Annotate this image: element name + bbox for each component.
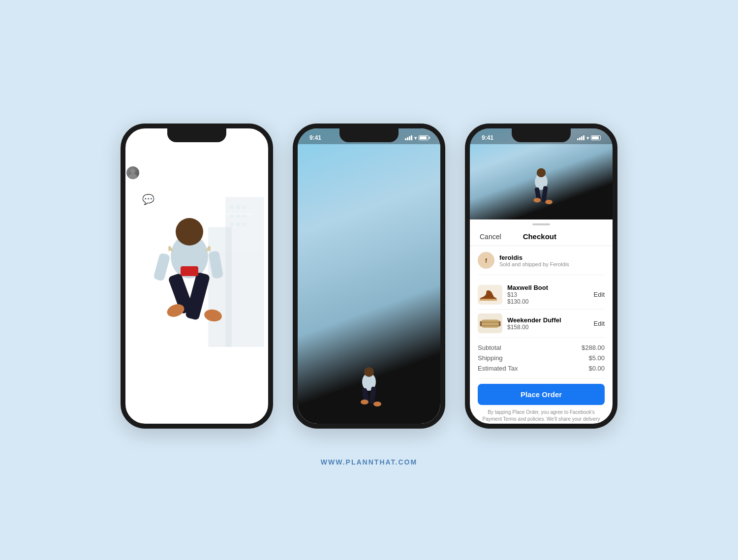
progress-fill <box>135 214 177 215</box>
feed-screen: 9:41 ▾ New Fit Check <box>125 128 268 217</box>
signal-icon-3 <box>577 135 584 140</box>
checkout-body: f feroldis Sold and shipped by Feroldis <box>470 246 613 429</box>
svg-rect-18 <box>153 252 170 281</box>
checkout-title: Checkout <box>523 232 556 241</box>
drag-handle-checkout[interactable] <box>532 223 550 225</box>
user-avatar <box>125 165 140 180</box>
footer-url: WWW.PLANNTHAT.COM <box>321 458 417 466</box>
item-price-1: $158.00 <box>507 324 589 331</box>
svg-point-20 <box>130 168 135 173</box>
status-icons-phone1: ▾ <box>233 135 256 141</box>
subtotal-label: Subtotal <box>478 344 501 351</box>
cancel-button[interactable]: Cancel <box>480 233 501 241</box>
shipping-row: Shipping $5.00 <box>478 353 605 363</box>
subtotal-row: Subtotal $288.00 <box>478 342 605 353</box>
drag-handle[interactable] <box>360 132 378 134</box>
svg-rect-52 <box>481 322 499 323</box>
svg-rect-49 <box>481 320 499 328</box>
price-summary: Subtotal $288.00 Shipping $5.00 Estimate… <box>478 338 605 379</box>
svg-point-26 <box>361 400 369 404</box>
svg-rect-17 <box>181 266 198 276</box>
item-image-1 <box>478 313 502 333</box>
checkout-screen: 9:41 ▾ <box>470 128 613 429</box>
phone-products: 9:41 ▾ <box>293 124 445 429</box>
item-duffel-img <box>479 314 501 332</box>
svg-rect-53 <box>481 326 499 327</box>
seller-name: feroldis <box>499 254 569 261</box>
svg-point-12 <box>176 218 203 246</box>
svg-rect-3 <box>243 206 247 209</box>
svg-point-42 <box>537 168 546 177</box>
status-bar-phone2: 9:41 ▾ <box>298 128 440 144</box>
signal-icon-2 <box>405 135 412 140</box>
status-icons-3: ▾ <box>577 135 601 141</box>
seller-details: feroldis Sold and shipped by Feroldis <box>499 254 569 267</box>
username: mangato <box>144 166 171 174</box>
user-meta: mangato 1d ago <box>144 166 171 180</box>
item-edit-0[interactable]: Edit <box>594 291 605 298</box>
seller-avatar: f <box>478 252 494 269</box>
tax-value: $0.00 <box>588 365 605 372</box>
checkout-header: Cancel Checkout <box>470 227 613 246</box>
battery-icon-2 <box>419 135 429 140</box>
item-price-0: $130.00 <box>507 298 589 305</box>
signal-icon <box>233 135 240 140</box>
item-size-0: $13 <box>507 291 589 298</box>
wifi-icon-2: ▾ <box>414 135 417 141</box>
item-name-0: Maxwell Boot <box>507 284 589 291</box>
seller-info-row: f feroldis Sold and shipped by Feroldis <box>478 252 605 275</box>
place-order-button[interactable]: Place Order <box>478 384 605 405</box>
shipping-label: Shipping <box>478 354 503 362</box>
svg-point-46 <box>545 200 553 204</box>
svg-point-23 <box>364 367 374 377</box>
wifi-icon: ▾ <box>242 135 245 141</box>
svg-point-27 <box>373 402 381 406</box>
svg-point-16 <box>203 308 223 323</box>
phone-checkout: 9:41 ▾ <box>465 124 617 429</box>
progress-track[interactable] <box>135 214 254 215</box>
svg-point-21 <box>128 174 137 179</box>
tax-row: Estimated Tax $0.00 <box>478 363 605 373</box>
thumb-figure <box>352 360 386 419</box>
products-screen: 9:41 ▾ <box>298 132 440 340</box>
item-edit-1[interactable]: Edit <box>594 320 605 327</box>
item-details-0: Maxwell Boot $13 $130.00 <box>507 284 589 305</box>
checkout-item-1: Weekender Duffel $158.00 Edit <box>478 310 605 338</box>
terms-text: By tapping Place Order, you agree to Fac… <box>478 409 605 429</box>
svg-rect-9 <box>243 223 247 226</box>
seller-desc: Sold and shipped by Feroldis <box>499 261 569 267</box>
shipping-value: $5.00 <box>588 354 605 362</box>
thumb-figure-3 <box>525 161 557 216</box>
time-phone1: 9:41 <box>137 134 149 141</box>
subtotal-value: $288.00 <box>582 344 605 351</box>
like-icon[interactable]: ♡ <box>125 193 134 205</box>
status-icons-2: ▾ <box>405 135 429 141</box>
phone-feed: 9:41 ▾ New Fit Check <box>121 124 273 429</box>
post-time: 1d ago <box>144 174 171 180</box>
play-pause-icon[interactable]: ▮▮ <box>125 212 131 217</box>
wifi-icon-3: ▾ <box>586 135 589 141</box>
svg-point-45 <box>533 198 541 202</box>
person-figure <box>140 192 239 360</box>
checkout-item-0: Maxwell Boot $13 $130.00 Edit <box>478 280 605 310</box>
tax-label: Estimated Tax <box>478 365 518 372</box>
battery-icon <box>246 135 256 140</box>
status-bar-phone1: 9:41 ▾ <box>125 128 268 144</box>
close-button[interactable]: × <box>125 154 131 165</box>
svg-rect-19 <box>208 250 223 279</box>
item-image-0 <box>478 285 502 305</box>
video-thumbnail-3: 9:41 ▾ <box>470 128 613 219</box>
item-boot-img <box>479 286 501 304</box>
status-bar-phone3: 9:41 ▾ <box>470 128 613 144</box>
item-details-1: Weekender Duffel $158.00 <box>507 316 589 331</box>
time-phone2: 9:41 <box>309 134 321 141</box>
battery-icon-3 <box>591 135 601 140</box>
item-name-1: Weekender Duffel <box>507 316 589 324</box>
time-phone3: 9:41 <box>482 134 493 141</box>
